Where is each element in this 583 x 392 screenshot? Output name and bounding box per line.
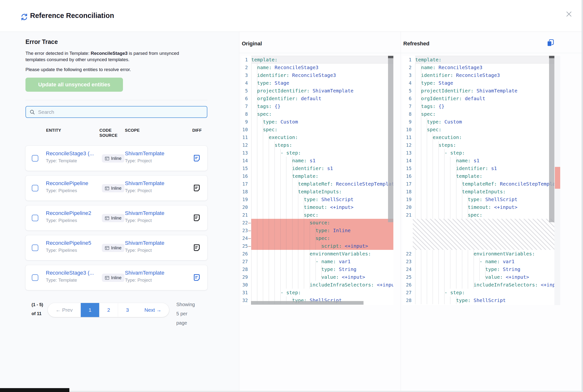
line-number: 7 <box>241 102 248 110</box>
code-line: 1template: <box>241 56 393 64</box>
code-source-badge: Inline <box>102 244 124 252</box>
entity-type: Type: Template <box>46 278 99 283</box>
code-line: 28 type: String <box>241 266 393 273</box>
pager: ← Prev 123 Next → <box>48 303 169 317</box>
refreshed-vertical-scrollbar[interactable] <box>549 56 554 305</box>
line-change-marker <box>412 56 415 64</box>
row-checkbox[interactable] <box>32 215 38 221</box>
entity-link[interactable]: ReconcilePipeline5 <box>46 240 99 246</box>
page-button-3[interactable]: 3 <box>118 303 137 317</box>
line-number: 11 <box>241 134 248 141</box>
code-text: - step: <box>415 289 554 296</box>
code-text: name: ReconcileStage3 <box>251 64 393 71</box>
line-change-marker <box>412 87 415 94</box>
original-horizontal-scrollbar[interactable] <box>251 301 364 305</box>
code-text: orgIdentifier: default <box>251 94 393 102</box>
entity-type: Type: Pipelines <box>46 188 99 193</box>
code-line: 7 tags: {} <box>403 102 554 110</box>
code-line: 6 orgIdentifier: default <box>403 94 554 102</box>
line-change-marker <box>412 172 415 180</box>
line-change-marker <box>248 118 251 126</box>
code-line: 17 templateRef: ReconcileStepTemplate <box>241 180 393 188</box>
entity-link[interactable]: ReconcilePipeline2 <box>46 210 99 216</box>
scrollbar-thumb[interactable] <box>549 58 554 222</box>
line-change-marker <box>412 157 415 164</box>
code-text: identifier: ReconcileStage3 <box>251 71 393 79</box>
code-line: 3 identifier: ReconcileStage3 <box>403 71 554 79</box>
code-text: orgIdentifier: default <box>415 94 554 102</box>
original-vertical-scrollbar[interactable] <box>388 56 393 305</box>
line-change-marker <box>412 196 415 203</box>
line-change-marker <box>412 126 415 134</box>
next-button[interactable]: Next → <box>137 303 169 317</box>
close-icon[interactable] <box>565 10 573 18</box>
code-line: 19 type: ShellScript <box>403 196 554 203</box>
code-line: 8 spec: <box>403 110 554 118</box>
page-button-1[interactable]: 1 <box>81 303 99 317</box>
code-text: type: Stage <box>251 79 393 87</box>
row-checkbox[interactable] <box>32 155 38 162</box>
line-number: 17 <box>241 180 248 188</box>
line-number: 12 <box>403 141 412 149</box>
code-line: 4 type: Stage <box>241 79 393 87</box>
line-number: 9 <box>403 118 412 126</box>
diff-icon[interactable] <box>192 154 201 162</box>
line-change-marker <box>248 87 251 94</box>
page-size-label: Showing 5 per page <box>176 300 196 328</box>
line-number: 26 <box>403 281 412 289</box>
code-text: timeout: <+input> <box>415 203 554 211</box>
page-button-2[interactable]: 2 <box>99 303 118 317</box>
code-text: templateInputs: <box>251 188 393 196</box>
code-text: templateRef: ReconcileStepTemplate <box>251 180 393 188</box>
scope-link[interactable]: ShivamTemplate <box>125 180 183 186</box>
table-row[interactable]: ReconcileStage3 (...Type: TemplateInline… <box>25 265 207 290</box>
scope-link[interactable]: ShivamTemplate <box>125 270 183 276</box>
scope-type: Type: Project <box>125 248 183 253</box>
line-change-marker <box>412 64 415 71</box>
scope-link[interactable]: ShivamTemplate <box>125 150 183 157</box>
code-text: environmentVariables: <box>251 250 393 258</box>
table-row[interactable]: ReconcilePipelineType: PipelinesInlineSh… <box>25 176 207 200</box>
search-input[interactable] <box>38 109 203 115</box>
code-text: name: ReconcileStage3 <box>415 64 554 71</box>
scope-cell: ShivamTemplateType: Project <box>125 270 183 283</box>
original-code-panel: 1template:2 name: ReconcileStage33 ident… <box>241 56 393 305</box>
entity-link[interactable]: ReconcileStage3 (... <box>46 150 99 157</box>
entity-link[interactable]: ReconcileStage3 (... <box>46 270 99 276</box>
entity-link[interactable]: ReconcilePipeline <box>46 180 99 186</box>
line-change-marker <box>248 102 251 110</box>
diff-icon[interactable] <box>192 214 201 222</box>
code-line: 7 tags: {} <box>241 102 393 110</box>
code-text: - step: <box>251 289 393 296</box>
scope-link[interactable]: ShivamTemplate <box>125 210 183 216</box>
scope-link[interactable]: ShivamTemplate <box>125 240 183 246</box>
code-source-label: Inline <box>111 186 121 191</box>
line-number: 24 <box>241 234 248 242</box>
entity-cell: ReconcilePipeline5Type: Pipelines <box>46 240 99 253</box>
line-change-marker <box>412 149 415 157</box>
code-text: identifier: s1 <box>415 164 554 172</box>
line-number: 8 <box>403 110 412 118</box>
update-all-button[interactable]: Update all unsynced entities <box>25 78 123 92</box>
line-change-marker <box>412 71 415 79</box>
table-row[interactable]: ReconcileStage3 (...Type: TemplateInline… <box>25 146 207 171</box>
code-line: 20 timeout: <+input> <box>241 203 393 211</box>
row-checkbox[interactable] <box>32 244 38 251</box>
search-box <box>25 106 207 118</box>
scrollbar-thumb[interactable] <box>388 58 393 222</box>
prev-button[interactable]: ← Prev <box>48 303 81 317</box>
code-line: 27 - step: <box>403 289 554 296</box>
table-row[interactable]: ReconcilePipeline2Type: PipelinesInlineS… <box>25 206 207 230</box>
line-number: 2 <box>403 64 412 71</box>
copy-icon[interactable] <box>546 38 555 47</box>
diff-icon[interactable] <box>192 244 201 252</box>
table-row[interactable]: ReconcilePipeline5Type: PipelinesInlineS… <box>25 235 207 260</box>
row-checkbox[interactable] <box>32 185 38 192</box>
line-number: 21 <box>403 211 412 219</box>
scope-type: Type: Project <box>125 218 183 223</box>
code-line: 23 - name: var1 <box>403 258 554 266</box>
row-checkbox[interactable] <box>32 274 38 281</box>
code-source-label: Inline <box>111 275 121 280</box>
diff-icon[interactable] <box>192 274 201 282</box>
diff-icon[interactable] <box>192 184 201 192</box>
